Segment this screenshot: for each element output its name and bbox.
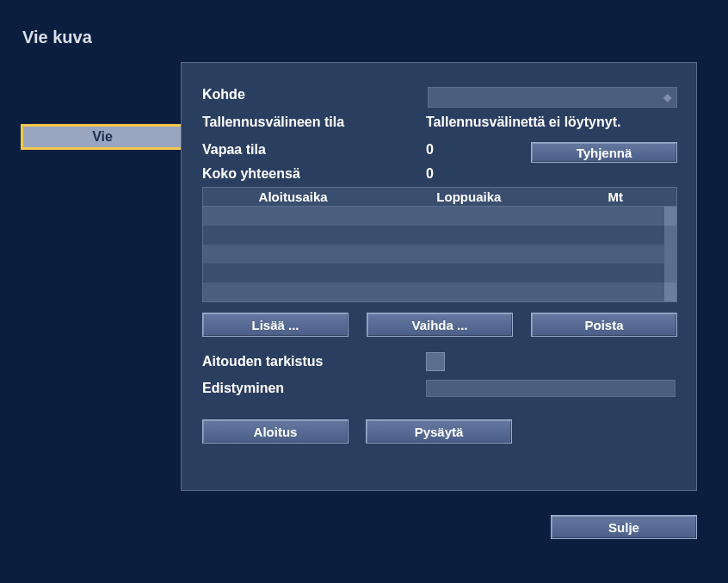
free-space-label: Vapaa tila: [202, 142, 426, 158]
total-size-label: Koko yhteensä: [202, 166, 426, 182]
header-start-time: Aloitusaika: [203, 189, 383, 204]
change-button[interactable]: Vaihda ...: [367, 313, 513, 337]
header-end-time: Loppuaika: [383, 189, 554, 204]
add-button[interactable]: Lisää ...: [202, 313, 349, 337]
dropdown-arrow-icon: ◆: [663, 92, 671, 102]
table-header: Aloitusaika Loppuaika Mt: [203, 188, 676, 207]
header-mb: Mt: [555, 189, 676, 204]
table-row[interactable]: [203, 245, 676, 264]
export-table: Aloitusaika Loppuaika Mt: [202, 187, 677, 302]
progress-bar: [426, 380, 676, 397]
table-row[interactable]: [203, 207, 676, 226]
clear-button[interactable]: Tyhjennä: [531, 142, 677, 163]
free-space-value: 0: [426, 142, 434, 158]
main-panel: Kohde ◆ Tallennusvälineen tila Tallennus…: [181, 62, 697, 491]
scrollbar[interactable]: [664, 207, 676, 301]
start-button[interactable]: Aloitus: [202, 419, 349, 443]
authenticity-checkbox[interactable]: [426, 352, 445, 371]
table-body: [203, 207, 676, 301]
close-button[interactable]: Sulje: [551, 515, 697, 539]
stop-button[interactable]: Pysäytä: [366, 419, 512, 443]
tab-export[interactable]: Vie: [21, 124, 184, 150]
table-row[interactable]: [203, 264, 676, 282]
media-status-value: Tallennusvälinettä ei löytynyt.: [426, 115, 620, 130]
scroll-down-icon[interactable]: [664, 282, 676, 301]
table-action-row: Lisää ... Vaihda ... Poista: [202, 313, 677, 337]
delete-button[interactable]: Poista: [531, 313, 677, 337]
scroll-up-icon[interactable]: [664, 207, 676, 226]
media-status-label: Tallennusvälineen tila: [202, 115, 426, 130]
authenticity-label: Aitouden tarkistus: [202, 354, 426, 369]
table-row[interactable]: [203, 226, 676, 245]
progress-label: Edistyminen: [202, 381, 426, 396]
page-title: Vie kuva: [22, 28, 92, 47]
target-label: Kohde: [202, 87, 426, 102]
table-row[interactable]: [203, 282, 676, 301]
control-row: Aloitus Pysäytä: [202, 419, 512, 443]
target-dropdown[interactable]: ◆: [428, 87, 677, 108]
total-size-value: 0: [426, 166, 434, 182]
